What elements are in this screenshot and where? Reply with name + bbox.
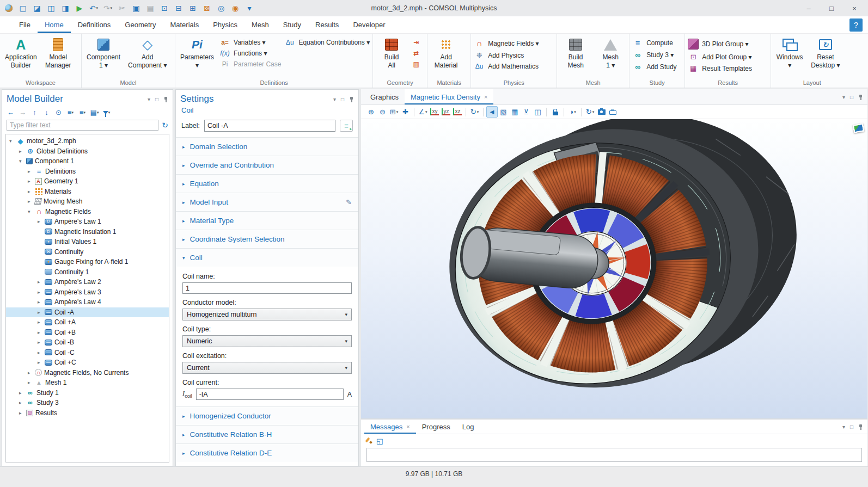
paste-icon[interactable]: ▤ ▾: [144, 2, 157, 14]
open-messages-window-icon[interactable]: ◱: [376, 437, 383, 445]
tree-expander-icon[interactable]: ▸: [28, 169, 35, 174]
move-down-icon[interactable]: ↓ ▾: [41, 107, 52, 118]
scene-light-icon[interactable]: ◄ ▾: [486, 106, 498, 118]
build-all-button[interactable]: Build All: [376, 35, 407, 70]
delete-icon[interactable]: ⊟ ▾: [172, 2, 185, 14]
tree-item[interactable]: ▸ Definitions: [6, 167, 169, 177]
panel-pin-icon[interactable]: [163, 96, 168, 102]
maximize-button[interactable]: □: [820, 1, 843, 16]
find-icon[interactable]: ◎ ▾: [215, 2, 228, 14]
show-axes-icon[interactable]: ⊻ ▾: [521, 106, 532, 118]
equation-contributions-button[interactable]: Δu Equation Contributions ▾: [284, 39, 370, 46]
graphics-tool[interactable]: ▾: [581, 108, 582, 116]
filter-icon[interactable]: ▾: [101, 107, 112, 118]
snapshot-icon[interactable]: ▾: [596, 106, 607, 118]
tree-expander-icon[interactable]: ▸: [38, 360, 45, 365]
graphics-tab[interactable]: Graphics: [364, 89, 405, 104]
add-component-button[interactable]: ◇ Add Component ▾: [126, 35, 169, 70]
panel-pin-icon[interactable]: [858, 94, 863, 100]
color-legend-icon[interactable]: ◫ ▾: [532, 106, 543, 118]
select-box-icon[interactable]: ⊞ ▾: [186, 2, 199, 14]
tree-item[interactable]: ▸ Study 3: [6, 398, 169, 408]
menu-tab[interactable]: Geometry: [118, 16, 163, 33]
settings-section-header[interactable]: ▸ Coordinate System Selection ✎: [176, 230, 358, 248]
help-button[interactable]: ?: [849, 19, 863, 32]
zoom-box-icon[interactable]: ⊞ ▾: [388, 106, 400, 118]
panel-collapse-icon[interactable]: ▾: [148, 96, 150, 102]
move-up-icon[interactable]: ↑ ▾: [29, 107, 40, 118]
minimize-button[interactable]: –: [797, 1, 820, 16]
motor-3d-visualization[interactable]: [361, 119, 867, 418]
settings-section-header[interactable]: ▸ Model Input ✎: [176, 193, 358, 211]
tree-item[interactable]: ▸ Study 1: [6, 388, 169, 398]
tree-expander-icon[interactable]: ▸: [19, 400, 26, 405]
menu-tab[interactable]: Home: [38, 16, 71, 33]
nav-back-icon[interactable]: ← ▾: [5, 107, 16, 118]
close-button[interactable]: ×: [843, 1, 866, 16]
tree-item[interactable]: ▾ motor_3d_2.mph: [6, 136, 169, 146]
mesh-1-button[interactable]: Mesh 1 ▾: [595, 35, 626, 70]
zoom-out-icon[interactable]: ⊖ ▾: [377, 106, 388, 118]
tree-item[interactable]: ▸ Results: [6, 408, 169, 418]
add-study-button[interactable]: ∞ Add Study: [632, 63, 676, 71]
messages-tab[interactable]: Progress: [416, 420, 456, 434]
tree-expander-icon[interactable]: ▸: [38, 279, 45, 285]
tree-expander-icon[interactable]: ▸: [38, 350, 45, 355]
tree-expander-icon[interactable]: ▾: [28, 209, 35, 214]
nav-forward-icon[interactable]: → ▾: [17, 107, 28, 118]
tree-item[interactable]: ▸ Coil +B: [6, 328, 169, 338]
tree-item[interactable]: ▸ Magnetic Fields, No Currents: [6, 368, 169, 378]
parameters-button[interactable]: Pi Parameters ▾: [178, 35, 216, 70]
filter-refresh-icon[interactable]: ↻: [162, 121, 168, 130]
tree-item[interactable]: ▸ Mesh 1: [6, 378, 169, 388]
update-geometry-icon[interactable]: ⇄: [411, 50, 421, 57]
menu-tab[interactable]: Results: [308, 16, 346, 33]
zoom-extents-icon[interactable]: ✚ ▾: [400, 106, 411, 118]
panel-collapse-icon[interactable]: ▾: [333, 96, 336, 102]
tree-item[interactable]: ▸ Ampère's Law 4: [6, 297, 169, 307]
expand-all-icon[interactable]: ≡ ▾: [65, 107, 76, 118]
tree-item[interactable]: ▾ Magnetic Fields: [6, 207, 169, 217]
collapse-all-icon[interactable]: ≡ ▾: [77, 107, 88, 118]
messages-output-box[interactable]: [366, 448, 862, 462]
copy-icon[interactable]: ▣ ▾: [130, 2, 143, 14]
tree-item[interactable]: Gauge Fixing for A-field 1: [6, 257, 169, 267]
panel-float-icon[interactable]: □: [341, 96, 344, 102]
settings-section-header-coil[interactable]: ▾ Coil: [176, 248, 358, 267]
view-xy-icon[interactable]: xy ▾: [429, 106, 440, 118]
compute-button[interactable]: = Compute: [632, 39, 676, 47]
tree-item[interactable]: ▸ Coil +C: [6, 357, 169, 368]
toolbar-more-icon[interactable]: ▾ ▾: [243, 2, 256, 14]
view-yz-icon[interactable]: yz ▾: [440, 106, 451, 118]
run-icon[interactable]: ▶ ▾: [73, 2, 86, 14]
component-1-button[interactable]: Component 1 ▾: [84, 35, 123, 70]
conductor-model-select[interactable]: Homogenized multiturn ▾: [182, 309, 352, 320]
menu-tab[interactable]: Definitions: [71, 16, 118, 33]
study-3-button[interactable]: ∞ Study 3 ▾: [632, 51, 676, 59]
graphics-tab[interactable]: Magnetic Flux Density ×: [405, 89, 493, 104]
menu-tab[interactable]: File: [12, 16, 38, 33]
settings-section-header[interactable]: ▸ Constitutive Relation D-E: [176, 443, 358, 462]
tree-item[interactable]: ▸ Coil +A: [6, 317, 169, 328]
graphics-canvas[interactable]: [361, 119, 867, 418]
variables-button[interactable]: a= Variables ▾: [219, 39, 281, 46]
zoom-in-icon[interactable]: ⊕ ▾: [365, 106, 377, 118]
application-builder-button[interactable]: A Application Builder: [3, 35, 39, 70]
add-mathematics-button[interactable]: Δu Add Mathematics: [474, 63, 539, 70]
tree-item[interactable]: ▸ Coil -C: [6, 348, 169, 358]
magnetic-fields-button[interactable]: ∩ Magnetic Fields ▾: [474, 39, 539, 48]
menu-tab[interactable]: Materials: [163, 16, 206, 33]
tree-expander-icon[interactable]: ▾: [9, 138, 16, 144]
model-manager-button[interactable]: Model Manager: [42, 35, 74, 70]
graphics-tool[interactable]: ▾: [564, 108, 564, 116]
rename-icon[interactable]: ≡: [340, 120, 353, 132]
redo-icon[interactable]: ↷ ▾: [101, 2, 114, 14]
panel-collapse-icon[interactable]: ▾: [842, 424, 845, 430]
go-to-view-icon[interactable]: ∠ ▾: [417, 106, 429, 118]
tree-item[interactable]: ▸ Coil -B: [6, 337, 169, 348]
build-mesh-button[interactable]: Build Mesh: [560, 35, 591, 70]
tree-expander-icon[interactable]: ▸: [38, 330, 45, 335]
tree-expander-icon[interactable]: ▸: [28, 370, 35, 375]
settings-section-header[interactable]: ▸ Constitutive Relation B-H: [176, 425, 358, 443]
tree-item[interactable]: Magnetic Insulation 1: [6, 227, 169, 237]
